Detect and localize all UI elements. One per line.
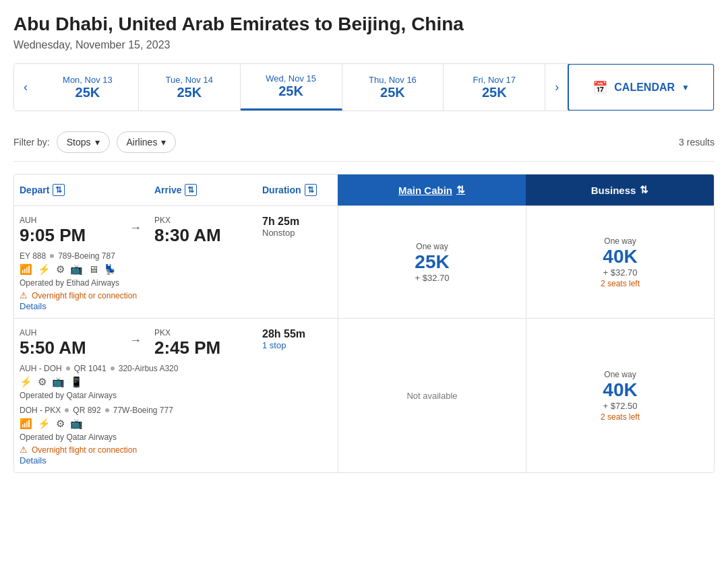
flight-2-biz-cash: + $72.50 [603, 401, 638, 411]
flight-1-biz-oneway: One way [604, 236, 636, 246]
date-tab-0[interactable]: Mon, Nov 13 25K [37, 64, 139, 110]
flight-1-biz-seats: 2 seats left [601, 279, 640, 288]
flight-1-biz-cash: + $32.70 [603, 267, 638, 278]
flight-2-meta: AUH - DOH QR 1041 320-Airbus A320 ⚡ ⚙ 📺 … [14, 362, 365, 472]
business-header[interactable]: Business ⇅ [526, 174, 714, 205]
header-left: Depart ⇅ Arrive ⇅ Duration ⇅ [14, 174, 338, 205]
prev-date-button[interactable]: ‹ [14, 64, 37, 110]
flight-2-main-cabin-price: Not available [338, 319, 526, 472]
flight-row-2: AUH 5:50 AM → PKX 2:45 PM 28h 55m 1 stop [14, 318, 714, 472]
date-points-1: 25K [177, 85, 202, 100]
flight-2-arrive-airport: PKX [154, 328, 251, 338]
flight-1-arrive: PKX 8:30 AM [149, 206, 257, 250]
column-header-row: Depart ⇅ Arrive ⇅ Duration ⇅ Main Cabin … [14, 174, 714, 205]
flight-2-depart: AUH 5:50 AM [14, 319, 122, 362]
date-label-1: Tue, Nov 14 [166, 75, 213, 85]
next-date-button[interactable]: › [545, 64, 568, 110]
flight-1-amenities: 📶 ⚡ ⚙ 📺 🖥 💺 [20, 263, 359, 276]
results-grid: Depart ⇅ Arrive ⇅ Duration ⇅ Main Cabin … [13, 174, 715, 473]
date-nav: ‹ Mon, Nov 13 25K Tue, Nov 14 25K Wed, N… [13, 63, 715, 111]
date-tab-4[interactable]: Fri, Nov 17 25K [444, 64, 545, 110]
flight-1-number: EY 888 [20, 251, 46, 261]
flight-2-amenities-1: ⚡ ⚙ 📺 📱 [20, 376, 359, 388]
power-icon-2b: ⚡ [38, 418, 51, 430]
flight-2-dot-1 [66, 366, 70, 371]
date-label-2: Wed, Nov 15 [266, 73, 316, 84]
airlines-filter-label: Airlines [127, 137, 158, 148]
flight-2-biz-seats: 2 seats left [601, 412, 640, 422]
wifi-icon: 📶 [20, 263, 32, 276]
flight-2-route-2: DOH - PKX [20, 406, 61, 415]
flight-2-operated-by-1: Operated by Qatar Airways [20, 391, 359, 400]
flight-2-number-2b: QR 892 [73, 406, 100, 415]
flight-2-biz-oneway: One way [604, 370, 636, 379]
flight-2-business-price[interactable]: One way 40K + $72.50 2 seats left [526, 319, 714, 472]
calendar-dropdown-icon: ▼ [681, 83, 690, 92]
business-label: Business [591, 185, 636, 196]
flight-1-depart-airport: AUH [20, 216, 117, 225]
flight-1-depart: AUH 9:05 PM [14, 206, 122, 250]
flight-1-flight-info: EY 888 789-Boeing 787 [20, 251, 359, 261]
flight-1-left: AUH 9:05 PM → PKX 8:30 AM 7h 25m Nonstop [14, 206, 338, 318]
tv-icon: 🖥 [88, 263, 98, 276]
flight-1-dot-1 [50, 254, 54, 258]
date-tab-1[interactable]: Tue, Nov 14 25K [139, 64, 241, 110]
calendar-tab[interactable]: 📅 CALENDAR ▼ [568, 63, 715, 111]
flight-2-dot-4 [105, 408, 109, 412]
airlines-filter-button[interactable]: Airlines ▾ [117, 131, 177, 153]
video-icon-2a: 📺 [52, 376, 65, 388]
video-icon-2b: 📺 [70, 418, 83, 430]
flight-2-left: AUH 5:50 AM → PKX 2:45 PM 28h 55m 1 stop [14, 319, 338, 472]
flight-1-business-price[interactable]: One way 40K + $32.70 2 seats left [526, 206, 714, 318]
flight-2-number-1b: QR 1041 [74, 364, 107, 373]
main-cabin-label: Main Cabin [398, 185, 452, 196]
main-cabin-header[interactable]: Main Cabin ⇅ [338, 174, 526, 205]
date-points-2: 25K [278, 84, 303, 99]
flight-2-warning: ⚠ Overnight flight or connection [20, 445, 359, 455]
date-label-3: Thu, Nov 16 [369, 75, 417, 85]
date-points-4: 25K [482, 85, 507, 100]
video-icon: 📺 [70, 263, 83, 276]
flight-1-mc-cash: + $32.70 [415, 273, 450, 283]
flight-2-aircraft-2: 77W-Boeing 777 [113, 406, 173, 415]
depart-header[interactable]: Depart ⇅ [14, 177, 122, 203]
flight-1-details-link[interactable]: Details [20, 301, 47, 311]
page-title: Abu Dhabi, United Arab Emirates to Beiji… [13, 13, 715, 35]
flight-1-main-cabin-price[interactable]: One way 25K + $32.70 [338, 206, 526, 318]
date-points-0: 25K [75, 85, 100, 100]
date-tab-3[interactable]: Thu, Nov 16 25K [342, 64, 444, 110]
date-points-3: 25K [380, 85, 405, 100]
flight-2-arrive: PKX 2:45 PM [149, 319, 257, 362]
flight-2-segment1-info: AUH - DOH QR 1041 320-Airbus A320 [20, 364, 359, 373]
warning-icon-2: ⚠ [20, 445, 28, 455]
power-icon-2a: ⚡ [20, 376, 32, 388]
usb-icon-2b: ⚙ [56, 418, 65, 430]
flight-2-depart-time: 5:50 AM [20, 338, 117, 358]
flight-1-aircraft: 789-Boeing 787 [58, 251, 115, 261]
calendar-icon: 📅 [593, 80, 607, 95]
flight-2-operated-by-2: Operated by Qatar Airways [20, 433, 359, 442]
airlines-filter-arrow-icon: ▾ [161, 137, 166, 148]
wifi-icon-2b: 📶 [20, 418, 32, 430]
stops-filter-button[interactable]: Stops ▾ [57, 131, 110, 153]
stops-filter-label: Stops [67, 137, 91, 148]
depart-sort-icon: ⇅ [53, 184, 65, 196]
power-icon: ⚡ [38, 263, 51, 276]
arrive-header[interactable]: Arrive ⇅ [149, 177, 257, 203]
date-label-4: Fri, Nov 17 [473, 75, 516, 85]
page-subtitle: Wednesday, November 15, 2023 [13, 39, 715, 51]
duration-sort-icon: ⇅ [305, 184, 317, 196]
seat-icon: 💺 [104, 263, 117, 276]
flight-2-arrive-time: 2:45 PM [154, 338, 251, 358]
usb-icon: ⚙ [56, 263, 65, 276]
arrive-sort-icon: ⇅ [185, 184, 197, 196]
flight-2-details-link[interactable]: Details [20, 455, 47, 466]
business-sort-icon: ⇅ [640, 184, 648, 196]
duration-header-label: Duration [262, 185, 301, 195]
stops-filter-arrow-icon: ▾ [95, 137, 100, 148]
flight-1-arrow-icon: → [122, 206, 149, 250]
date-tab-2[interactable]: Wed, Nov 15 25K [241, 64, 342, 110]
filter-bar: Filter by: Stops ▾ Airlines ▾ 3 results [13, 123, 715, 162]
flight-2-dot-2 [111, 366, 115, 371]
flight-1-depart-time: 9:05 PM [20, 225, 117, 246]
